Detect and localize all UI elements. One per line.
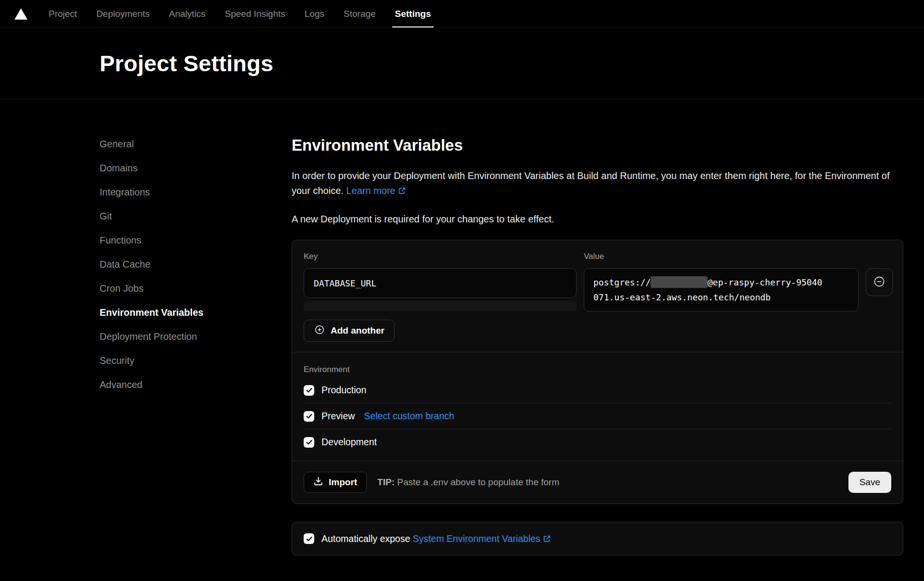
check-icon [306, 535, 313, 542]
value-input[interactable]: postgres://@ep-raspy-cherry-95040071.us-… [584, 268, 859, 311]
env-name-production: Production [321, 385, 366, 396]
sidebar-item-data-cache[interactable]: Data Cache [100, 252, 292, 276]
tip-body: Paste a .env above to populate the form [397, 477, 559, 487]
sidebar-item-domains[interactable]: Domains [100, 156, 292, 180]
key-value-section: Key Value DATABASE_URL postgres://@ep-ra… [292, 240, 903, 352]
env-row-development: Development [304, 429, 891, 455]
key-label: Key [304, 252, 577, 261]
value-line2: 071.us-east-2.aws.neon.tech/neondb [593, 292, 770, 302]
preview-checkbox[interactable] [304, 411, 314, 422]
sidebar-item-deployment-protection[interactable]: Deployment Protection [100, 324, 292, 349]
auto-expose-prefix: Automatically expose [321, 533, 410, 544]
auto-expose-text: Automatically expose System Environment … [321, 533, 551, 544]
external-link-icon [543, 534, 551, 542]
auto-expose-checkbox[interactable] [304, 533, 314, 544]
deployment-note: A new Deployment is required for your ch… [292, 214, 903, 225]
sidebar-item-git[interactable]: Git [100, 204, 292, 228]
add-another-button[interactable]: Add another [304, 320, 395, 342]
check-icon [306, 439, 313, 446]
main-panel: Environment Variables In order to provid… [292, 99, 903, 555]
development-checkbox[interactable] [304, 437, 314, 448]
value-line1-suffix: @ep-raspy-cherry-95040 [707, 277, 822, 287]
section-description: In order to provide your Deployment with… [292, 168, 903, 198]
learn-more-link[interactable]: Learn more [346, 185, 406, 196]
env-var-card: Key Value DATABASE_URL postgres://@ep-ra… [292, 240, 903, 504]
system-env-vars-link[interactable]: System Environment Variables [413, 533, 551, 544]
remove-row-button[interactable] [866, 268, 893, 296]
minus-circle-icon [873, 275, 886, 290]
auto-expose-card: Automatically expose System Environment … [292, 522, 903, 555]
settings-sidebar: General Domains Integrations Git Functio… [100, 99, 292, 555]
sidebar-item-security[interactable]: Security [100, 349, 292, 373]
save-button[interactable]: Save [848, 472, 891, 493]
nav-tabs: Project Deployments Analytics Speed Insi… [39, 0, 440, 27]
check-icon [306, 387, 313, 394]
sidebar-item-advanced[interactable]: Advanced [100, 373, 292, 397]
top-nav: Project Deployments Analytics Speed Insi… [0, 0, 924, 28]
learn-more-label: Learn more [346, 185, 395, 196]
nav-tab-storage[interactable]: Storage [334, 0, 385, 27]
key-input[interactable]: DATABASE_URL [304, 268, 577, 298]
tip-prefix: TIP: [377, 477, 395, 487]
key-input-extension [304, 301, 577, 311]
page-header: Project Settings [0, 28, 924, 99]
download-icon [313, 476, 323, 489]
nav-tab-analytics[interactable]: Analytics [159, 0, 215, 27]
environment-section: Environment Production Preview Select cu… [292, 352, 903, 461]
env-name-preview: Preview [321, 411, 355, 422]
page-title: Project Settings [100, 50, 273, 77]
sidebar-item-integrations[interactable]: Integrations [100, 180, 292, 204]
production-checkbox[interactable] [304, 385, 314, 396]
env-row-preview: Preview Select custom branch [304, 403, 891, 429]
external-link-icon [398, 184, 406, 193]
env-row-production: Production [304, 377, 891, 403]
content: General Domains Integrations Git Functio… [0, 99, 924, 555]
nav-tab-speed-insights[interactable]: Speed Insights [215, 0, 295, 27]
add-another-label: Add another [331, 325, 385, 336]
import-button[interactable]: Import [304, 472, 367, 493]
import-label: Import [329, 477, 357, 488]
vercel-logo-icon[interactable] [14, 8, 27, 20]
nav-tab-deployments[interactable]: Deployments [87, 0, 159, 27]
value-prefix: postgres:// [593, 277, 651, 287]
nav-tab-project[interactable]: Project [39, 0, 87, 27]
section-title: Environment Variables [292, 136, 903, 155]
environment-label: Environment [304, 365, 891, 374]
system-env-vars-label: System Environment Variables [413, 533, 540, 544]
sidebar-item-environment-variables[interactable]: Environment Variables [100, 300, 292, 324]
card-footer: Import TIP: Paste a .env above to popula… [292, 461, 903, 504]
redacted-credentials [651, 276, 707, 288]
value-label: Value [584, 252, 859, 261]
tip-text: TIP: Paste a .env above to populate the … [377, 477, 559, 488]
sidebar-item-cron-jobs[interactable]: Cron Jobs [100, 276, 292, 300]
nav-tab-settings[interactable]: Settings [385, 0, 441, 27]
env-name-development: Development [321, 437, 377, 448]
sidebar-item-general[interactable]: General [100, 132, 292, 156]
select-custom-branch-link[interactable]: Select custom branch [364, 411, 454, 422]
check-icon [306, 413, 313, 420]
sidebar-item-functions[interactable]: Functions [100, 228, 292, 252]
nav-tab-logs[interactable]: Logs [295, 0, 334, 27]
plus-circle-icon [314, 324, 325, 338]
